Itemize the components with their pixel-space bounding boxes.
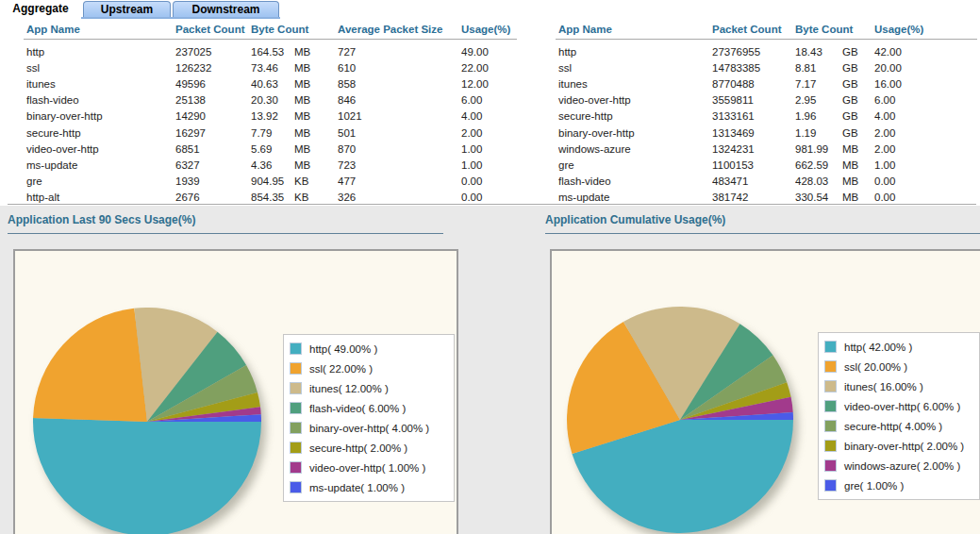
table-header-row: App NamePacket CountByte CountAverage Pa… <box>26 21 517 37</box>
value-cell: 16.00 <box>874 78 950 90</box>
value-cell: 0.00 <box>461 175 514 187</box>
value-cell: 2.00 <box>874 127 950 139</box>
value-cell: 27376955 <box>712 46 795 58</box>
legend-swatch-icon <box>290 422 302 434</box>
byte-count-cell: 7.17GB <box>795 78 874 90</box>
last90-pie-legend: http( 49.00% )ssl( 22.00% )itunes( 12.00… <box>283 334 455 502</box>
value-cell: 326 <box>338 192 461 203</box>
legend-label: http( 49.00% ) <box>309 343 377 355</box>
app-name-cell: ms-update <box>558 192 712 203</box>
value-cell: 501 <box>338 127 461 139</box>
tab-upstream[interactable]: Upstream <box>83 1 171 18</box>
value-cell: 6851 <box>175 143 251 155</box>
legend-swatch-icon <box>290 481 302 493</box>
app-name-cell: itunes <box>558 78 712 90</box>
column-header: Byte Count <box>795 24 874 35</box>
column-header: Byte Count <box>251 24 338 35</box>
legend-swatch-icon <box>290 362 302 375</box>
app-name-cell: itunes <box>26 78 175 90</box>
table-row: ssl147833858.81GB20.00 <box>558 59 977 75</box>
app-name-cell: video-over-http <box>26 143 175 155</box>
legend-swatch-icon <box>824 380 837 392</box>
legend-swatch-icon <box>290 442 302 454</box>
app-name-cell: secure-http <box>26 127 175 139</box>
byte-count-cell: 20.30MB <box>251 94 338 106</box>
legend-item: binary-over-http( 2.00% ) <box>824 436 973 456</box>
column-header: Usage(%) <box>874 24 950 35</box>
legend-item: video-over-http( 1.00% ) <box>290 458 448 477</box>
legend-item: http( 49.00% ) <box>290 339 448 359</box>
column-header: Packet Count <box>175 24 251 35</box>
value-cell: 6.00 <box>461 94 514 106</box>
legend-swatch-icon <box>824 440 837 452</box>
byte-count-cell: 18.43GB <box>795 46 874 58</box>
byte-count-cell: 1.19GB <box>795 127 874 139</box>
value-cell: 1.00 <box>461 159 514 171</box>
legend-label: secure-http( 2.00% ) <box>309 442 407 454</box>
value-cell: 42.00 <box>874 46 950 58</box>
value-cell: 727 <box>338 46 461 58</box>
app-name-cell: gre <box>558 159 712 171</box>
legend-item: binary-over-http( 4.00% ) <box>290 418 448 438</box>
table-row: gre1100153662.59MB1.00 <box>558 157 977 173</box>
legend-item: http( 42.00% ) <box>824 337 973 357</box>
table-row: http237025164.53MB72749.00 <box>26 43 517 59</box>
tab-aggregate[interactable]: Aggregate <box>0 1 81 18</box>
byte-count-cell: 73.46MB <box>251 62 338 74</box>
table-row: binary-over-http13134691.19GB2.00 <box>558 125 977 141</box>
value-cell: 0.00 <box>874 192 950 203</box>
value-cell: 1939 <box>175 175 251 187</box>
byte-count-cell: 4.36MB <box>251 159 338 171</box>
table-row: binary-over-http1429013.92MB10214.00 <box>26 108 517 125</box>
tables-bottom-divider <box>8 204 976 205</box>
value-cell: 2.00 <box>461 127 514 139</box>
value-cell: 477 <box>338 175 461 187</box>
last90-section-title: Application Last 90 Secs Usage(%) <box>8 213 195 226</box>
tab-downstream[interactable]: Downstream <box>173 1 279 18</box>
legend-item: ssl( 20.00% ) <box>824 357 973 376</box>
value-cell: 49596 <box>175 78 251 90</box>
value-cell: 1324231 <box>712 143 795 155</box>
charts-section: Application Last 90 Secs Usage(%) Applic… <box>0 206 980 534</box>
byte-count-cell: 1.96GB <box>795 110 874 122</box>
legend-item: itunes( 16.00% ) <box>824 376 973 396</box>
table-row: secure-http31331611.96GB4.00 <box>558 108 977 125</box>
legend-item: secure-http( 2.00% ) <box>290 438 448 458</box>
byte-count-cell: 40.63MB <box>251 78 338 90</box>
value-cell: 12.00 <box>461 78 514 90</box>
legend-label: binary-over-http( 4.00% ) <box>309 423 429 434</box>
value-cell: 237025 <box>175 46 251 58</box>
table-row: secure-http162977.79MB5012.00 <box>26 125 517 141</box>
value-cell: 858 <box>338 78 461 90</box>
value-cell: 126232 <box>175 62 251 74</box>
legend-item: secure-http( 4.00% ) <box>824 416 973 436</box>
legend-label: ssl( 22.00% ) <box>309 363 373 375</box>
legend-swatch-icon <box>824 420 837 432</box>
legend-swatch-icon <box>290 461 302 474</box>
cumulative-title-underline <box>545 233 980 234</box>
legend-item: itunes( 12.00% ) <box>290 378 448 398</box>
app-name-cell: http-alt <box>26 192 175 203</box>
byte-count-cell: 904.95KB <box>251 175 338 187</box>
legend-swatch-icon <box>824 341 837 353</box>
legend-swatch-icon <box>290 402 302 414</box>
value-cell: 2676 <box>175 192 251 203</box>
legend-label: itunes( 16.00% ) <box>844 381 923 392</box>
byte-count-cell: 330.54MB <box>795 192 874 203</box>
app-name-cell: binary-over-http <box>558 127 712 139</box>
app-name-cell: http <box>26 46 175 58</box>
byte-count-cell: 164.53MB <box>251 46 338 58</box>
legend-item: ms-update( 1.00% ) <box>290 477 448 497</box>
pie-slice-http <box>33 418 261 534</box>
cumulative-section-title: Application Cumulative Usage(%) <box>545 213 725 226</box>
value-cell: 846 <box>338 94 461 106</box>
value-cell: 723 <box>338 159 461 171</box>
value-cell: 3559811 <box>712 94 795 106</box>
value-cell: 22.00 <box>461 62 514 74</box>
table-row: ssl12623273.46MB61022.00 <box>26 59 517 75</box>
value-cell: 6327 <box>175 159 251 171</box>
app-name-cell: secure-http <box>558 110 712 122</box>
app-name-cell: gre <box>26 175 175 187</box>
legend-swatch-icon <box>290 342 302 355</box>
legend-item: windows-azure( 2.00% ) <box>824 456 973 476</box>
